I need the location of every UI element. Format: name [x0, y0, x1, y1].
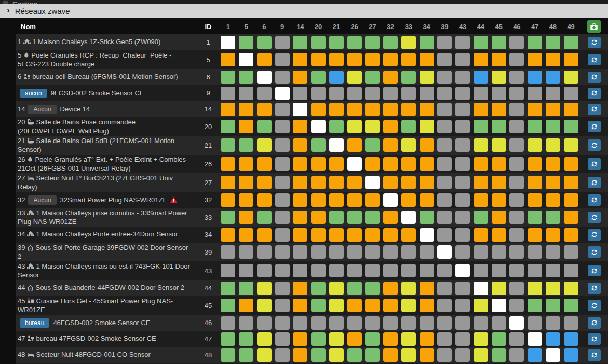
device-name-cell[interactable]: 45Cuisine Hors Gel - 45Smart Power Plug … [16, 296, 197, 315]
route-status-cell [221, 157, 235, 171]
top-partial-menu-row[interactable]: Gestion [0, 0, 608, 4]
route-status-cell [437, 211, 452, 224]
refresh-node-button[interactable] [588, 333, 601, 345]
network-health-button[interactable] [587, 20, 601, 33]
route-status-cell [509, 316, 524, 330]
refresh-node-button[interactable] [588, 283, 601, 294]
refresh-node-button[interactable] [588, 37, 601, 48]
device-name-cell[interactable]: 39Sous Sol Porte Garage 39FGDW-002 Door … [16, 243, 197, 261]
route-status-cell [401, 157, 416, 171]
route-status-cell [311, 36, 326, 49]
route-status-cell [347, 138, 362, 152]
route-status-cell [257, 157, 272, 171]
route-status-cell [455, 316, 470, 330]
device-name-cell[interactable]: 6bureau oeil Bureau (6FGMS-001 Motion Se… [16, 72, 197, 82]
refresh-node-button[interactable] [588, 229, 601, 241]
refresh-node-button[interactable] [588, 177, 601, 188]
route-status-cell [383, 316, 398, 330]
refresh-node-button[interactable] [588, 265, 601, 276]
route-status-cell [474, 228, 488, 242]
route-status-cell [329, 87, 344, 100]
refresh-node-button[interactable] [588, 139, 601, 151]
route-status-cell [437, 193, 452, 207]
device-name-cell[interactable]: 431 Maison Challeys mais ou est-il ?43FG… [16, 261, 197, 280]
refresh-icon [590, 105, 598, 113]
refresh-node-button[interactable] [588, 88, 601, 99]
device-name-cell[interactable]: 44Sous Sol Buanderie-44FGDW-002 Door Sen… [16, 283, 197, 293]
route-status-cell [257, 348, 272, 362]
refresh-node-button[interactable] [588, 158, 601, 170]
route-status-cell [492, 299, 506, 312]
refresh-node-button[interactable] [588, 300, 601, 311]
route-status-cell [492, 316, 506, 330]
refresh-node-button[interactable] [588, 246, 601, 258]
route-status-cell [564, 157, 578, 171]
device-name: 1 Maison Challeys Porte entrée-34Door Se… [36, 230, 178, 238]
device-name-cell[interactable]: 26Poele Granulés aT° Ext. + Poêle ExtInt… [16, 155, 197, 173]
route-status-cell [221, 120, 235, 133]
device-name-cell[interactable]: 331 Maison Challeys prise cumulus - 33Sm… [16, 208, 197, 227]
route-status-cell [365, 332, 380, 346]
route-status-cell [437, 228, 452, 242]
route-status-cell [221, 211, 235, 224]
section-title: Réseaux zwave [15, 7, 70, 16]
route-status-cell [420, 36, 434, 49]
refresh-icon [590, 89, 598, 97]
device-name-cell[interactable]: 5Poele Granulés RCP : Recup_Chaleur_Poêl… [16, 50, 197, 69]
route-status-cell [239, 282, 253, 295]
refresh-node-button[interactable] [588, 104, 601, 115]
route-status-cell [546, 103, 560, 116]
device-name-cell[interactable]: 21Salle de Bains Oeil SdB (21FGMS-001 Mo… [16, 136, 197, 155]
route-status-cell [474, 120, 488, 133]
route-status-cell [311, 211, 326, 224]
device-name-cell[interactable]: 47bureau 47FGSD-002 Smoke Sensor CE [16, 333, 197, 344]
route-status-cell [257, 176, 272, 189]
route-status-cell [329, 245, 344, 259]
device-name-cell[interactable]: 48Secteur Nuit 48FGCD-001 CO Sensor [16, 349, 197, 360]
route-status-cell [437, 245, 452, 259]
device-name-cell[interactable]: 32Aucun32Smart Power Plug NAS-WR01ZE [16, 194, 197, 206]
column-header-node: 39 [436, 23, 454, 31]
device-name-cell[interactable]: aucun9FGSD-002 Smoke Sensor CE [16, 88, 197, 99]
refresh-node-button[interactable] [588, 72, 601, 83]
route-status-cell [239, 316, 253, 330]
route-status-cell [546, 193, 560, 207]
device-id: 1 [197, 38, 219, 46]
refresh-node-button[interactable] [588, 121, 601, 132]
route-status-cell [347, 264, 362, 277]
route-status-cell [383, 264, 398, 277]
route-status-cell [311, 264, 326, 277]
route-status-cell [275, 71, 290, 84]
device-name-cell[interactable]: 20Salle de Bains Prise commandée (20FGWP… [16, 117, 197, 136]
refresh-node-button[interactable] [588, 194, 601, 206]
section-header-bar[interactable]: › Réseaux zwave [0, 4, 608, 19]
refresh-node-button[interactable] [588, 317, 601, 329]
route-status-cell [275, 36, 290, 49]
device-name-cell[interactable]: 27Secteur Nuit T° BurCh213 (27FGBS-001 U… [16, 173, 197, 192]
route-status-cell [365, 157, 380, 171]
refresh-icon [590, 160, 598, 168]
device-id: 39 [197, 248, 219, 256]
refresh-node-button[interactable] [588, 212, 601, 223]
refresh-node-button[interactable] [588, 349, 601, 361]
refresh-node-button[interactable] [588, 54, 601, 65]
device-name-cell[interactable]: 341 Maison Challeys Porte entrée-34Door … [16, 229, 197, 240]
route-status-cell [509, 245, 524, 259]
device-name-cell[interactable]: 14AucunDevice 14 [16, 104, 197, 115]
device-name-cell[interactable]: bureau46FGSD-002 Smoke Sensor CE [16, 317, 197, 329]
route-status-cell [455, 138, 470, 152]
device-name-cell[interactable]: 11 Maison Challeys 1Z-Stick Gen5 (ZW090) [16, 37, 197, 48]
route-status-cell [401, 316, 416, 330]
device-id: 9 [197, 89, 219, 97]
route-status-cell [546, 157, 560, 171]
fire-icon [23, 52, 30, 60]
route-status-cell [383, 176, 398, 189]
route-status-cell [420, 53, 434, 66]
route-status-cell [257, 71, 272, 84]
route-status-cell [564, 87, 578, 100]
route-status-cell [347, 87, 362, 100]
route-status-cell [528, 282, 542, 295]
route-status-cell [257, 103, 272, 116]
route-status-cell [455, 87, 470, 100]
route-status-cell [509, 53, 524, 66]
